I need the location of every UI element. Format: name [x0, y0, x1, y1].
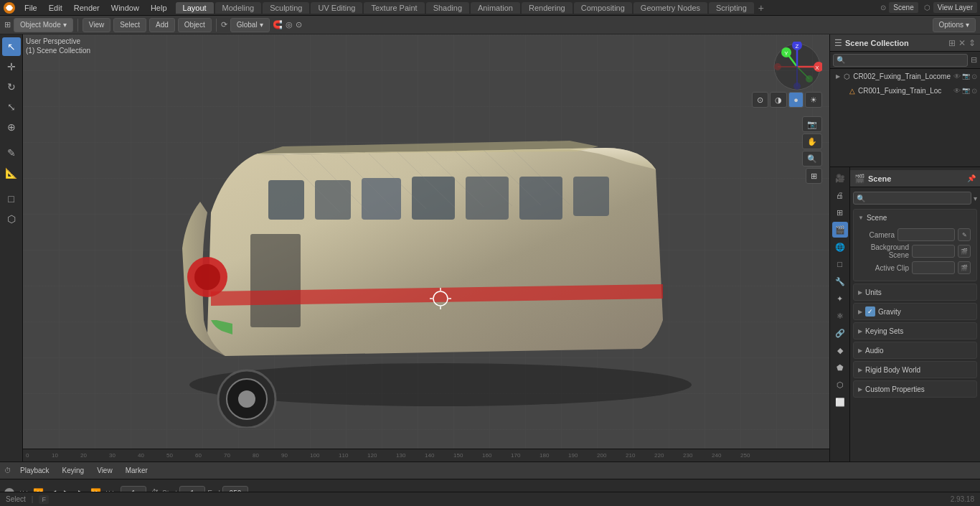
outliner-item-cr001[interactable]: △ CR001_Fuxing_Train_Loc 👁 📷 ⊙: [830, 83, 980, 98]
gravity-section-header[interactable]: ▶ ✓ Gravity: [854, 304, 976, 319]
prop-icon-output[interactable]: 🖨: [832, 187, 848, 203]
prop-icon-particles[interactable]: ✦: [832, 291, 848, 306]
prop-icon-data[interactable]: ◆: [832, 342, 848, 358]
snap-icon[interactable]: 🧲: [273, 20, 283, 29]
rigid-section-header[interactable]: ▶ Rigid Body World: [854, 362, 976, 378]
tool-select[interactable]: ↖: [2, 37, 21, 56]
tab-rendering[interactable]: Rendering: [522, 2, 573, 14]
timeline-view-menu[interactable]: View: [93, 467, 117, 474]
options-btn[interactable]: Options ▾: [933, 18, 976, 32]
select-menu-btn[interactable]: Select: [113, 18, 146, 32]
viewport-shading-btn[interactable]: ◑: [770, 92, 787, 108]
tab-layout[interactable]: Layout: [176, 2, 214, 14]
prop-icon-constraints[interactable]: 🔗: [832, 325, 848, 341]
menu-render[interactable]: Render: [68, 2, 105, 14]
prop-icon-modifier[interactable]: 🔧: [832, 273, 848, 289]
outliner-vis-icon-cr001[interactable]: 👁: [953, 87, 961, 95]
scene-selector[interactable]: Scene: [889, 2, 918, 13]
viewport-display-btn[interactable]: ⊙: [752, 92, 768, 108]
tool-scale[interactable]: ⤡: [2, 98, 21, 116]
menu-edit[interactable]: Edit: [43, 2, 68, 14]
tool-transform[interactable]: ⊕: [2, 118, 21, 136]
menu-help[interactable]: Help: [145, 2, 173, 14]
timeline-playback-menu[interactable]: Playback: [16, 467, 54, 474]
tab-compositing[interactable]: Compositing: [574, 2, 632, 14]
tab-scripting[interactable]: Scripting: [709, 2, 754, 14]
outliner-render-icon-cr001[interactable]: ⊙: [971, 87, 977, 95]
tab-animation[interactable]: Animation: [471, 2, 520, 14]
props-scene-header[interactable]: ▼ Scene: [854, 210, 976, 225]
object-mode-btn[interactable]: Object Mode ▾: [14, 18, 73, 32]
units-section-header[interactable]: ▶ Units: [854, 284, 976, 300]
viewport-gizmo[interactable]: X Y Z: [772, 42, 822, 92]
bg-scene-value[interactable]: [912, 245, 955, 258]
keying-section-header[interactable]: ▶ Keying Sets: [854, 323, 976, 339]
prop-icon-render[interactable]: 🎥: [832, 170, 848, 186]
outliner-vis-icon-cr002[interactable]: 👁: [953, 72, 961, 80]
object-menu-btn[interactable]: Object: [178, 18, 212, 32]
tool-add2[interactable]: ⬡: [2, 210, 21, 228]
pivot-btn[interactable]: Global ▾: [230, 18, 270, 32]
menu-file[interactable]: File: [19, 2, 43, 14]
outliner-filter-icon[interactable]: ⊞: [948, 38, 956, 48]
active-clip-value[interactable]: [912, 261, 955, 274]
custom-section-header[interactable]: ▶ Custom Properties: [854, 381, 976, 397]
viewport-canvas[interactable]: User Perspective (1) Scene Collection X …: [23, 34, 829, 462]
timeline-marker-menu[interactable]: Marker: [121, 467, 152, 474]
add-menu-btn[interactable]: Add: [149, 18, 175, 32]
timeline-keying-menu[interactable]: Keying: [58, 467, 89, 474]
tab-modeling[interactable]: Modeling: [215, 2, 262, 14]
menu-window[interactable]: Window: [105, 2, 145, 14]
tool-add-cube[interactable]: □: [2, 189, 21, 208]
outliner-render-icon-cr002[interactable]: ⊙: [971, 72, 977, 80]
prop-icon-object[interactable]: □: [832, 256, 848, 272]
viewport-camera-btn[interactable]: 📷: [802, 116, 822, 132]
tab-uv-editing[interactable]: UV Editing: [311, 2, 362, 14]
prop-icon-scene[interactable]: 🎬: [832, 222, 848, 238]
viewport[interactable]: User Perspective (1) Scene Collection X …: [23, 34, 829, 462]
view-layer-selector[interactable]: View Layer: [933, 2, 977, 13]
tool-move[interactable]: ✛: [2, 57, 21, 76]
props-search-filter[interactable]: ▾: [974, 195, 977, 202]
prop-icon-material[interactable]: ⬟: [832, 360, 848, 375]
viewport-hand-btn[interactable]: ✋: [802, 133, 822, 149]
outliner-item-cr002[interactable]: ▶ ⬡ CR002_Fuxing_Train_Locome 👁 📷 ⊙: [830, 69, 980, 83]
view-menu-btn[interactable]: View: [83, 18, 111, 32]
audio-section-header[interactable]: ▶ Audio: [854, 342, 976, 358]
props-pin-icon[interactable]: 📌: [967, 174, 976, 182]
tool-annotate[interactable]: ✎: [2, 144, 21, 162]
prop-icon-viewlayer[interactable]: ⊞: [832, 205, 848, 220]
active-clip-picker-btn[interactable]: 🎬: [958, 261, 971, 274]
props-search-input[interactable]: [853, 192, 971, 205]
viewport-zoom-btn[interactable]: 🔍: [802, 151, 822, 167]
mode-icon[interactable]: ⊞: [4, 20, 11, 29]
tab-sculpting[interactable]: Sculpting: [263, 2, 309, 14]
outliner-cam-icon-cr001[interactable]: 📷: [962, 87, 970, 95]
proportional-icon[interactable]: ◎: [286, 20, 293, 29]
prop-icon-shader[interactable]: ⬡: [832, 377, 848, 393]
tab-shading[interactable]: Shading: [426, 2, 469, 14]
outliner-search-input[interactable]: [833, 54, 968, 67]
camera-value[interactable]: [897, 228, 955, 241]
tool-measure[interactable]: 📐: [2, 164, 21, 182]
add-workspace-btn[interactable]: +: [755, 2, 767, 14]
gravity-checkbox[interactable]: ✓: [865, 306, 875, 317]
tab-texture-paint[interactable]: Texture Paint: [364, 2, 424, 14]
tool-rotate[interactable]: ↻: [2, 78, 21, 96]
viewport-solid-btn[interactable]: ●: [788, 92, 804, 108]
bg-scene-picker-btn[interactable]: 🎬: [958, 245, 971, 258]
tab-geometry-nodes[interactable]: Geometry Nodes: [633, 2, 707, 14]
svg-text:Y: Y: [784, 50, 788, 57]
viewport-layers-btn[interactable]: ⊞: [806, 168, 822, 184]
outliner-filter-btn[interactable]: ⊟: [971, 55, 977, 65]
outliner-cam-icon-cr002[interactable]: 📷: [962, 72, 970, 80]
camera-picker-btn[interactable]: ✎: [958, 228, 971, 241]
proportional2-icon[interactable]: ⊙: [296, 20, 302, 29]
viewport-rendered-btn[interactable]: ☀: [805, 92, 822, 108]
prop-icon-compositor[interactable]: ⬜: [832, 394, 848, 410]
prop-icon-physics[interactable]: ⚛: [832, 308, 848, 324]
tl-num-220: 220: [654, 452, 683, 459]
outliner-close-icon[interactable]: ✕: [958, 38, 966, 48]
prop-icon-world[interactable]: 🌐: [832, 239, 848, 255]
outliner-expand-icon[interactable]: ⇕: [969, 38, 976, 48]
